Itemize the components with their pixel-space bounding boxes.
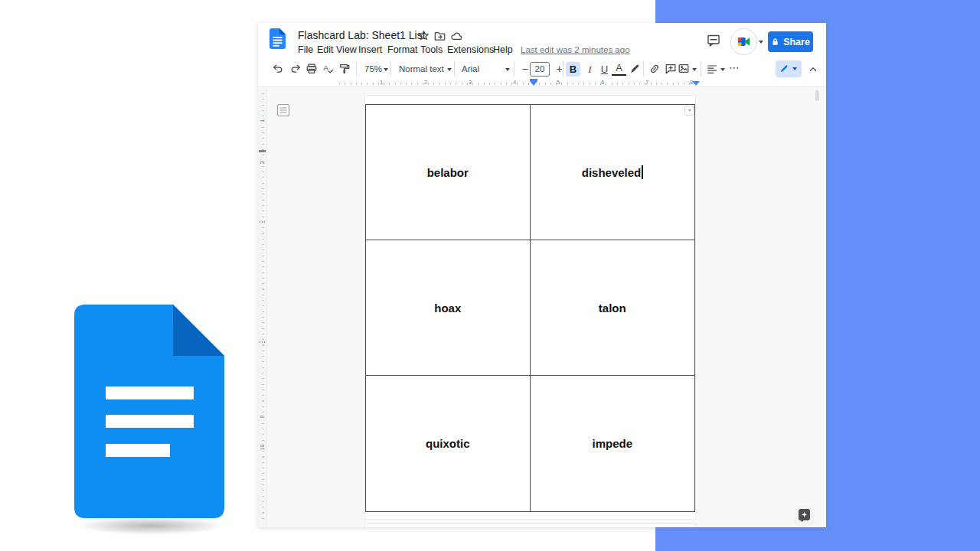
table-cell[interactable]: belabor <box>366 105 531 240</box>
menu-help[interactable]: Help <box>493 44 513 55</box>
menu-format[interactable]: Format <box>387 44 418 55</box>
cell-text: hoax <box>434 302 461 315</box>
vruler-table-marker[interactable] <box>259 150 266 152</box>
insert-link-button[interactable] <box>648 63 661 75</box>
google-docs-window: Flashcard Lab: Sheet1 List File Edit Vie… <box>258 23 826 527</box>
document-area: 1 2 9 10 belabor <box>258 87 826 527</box>
more-toolbar-button[interactable]: ⋯ <box>729 61 740 73</box>
bold-button[interactable]: B <box>566 62 580 77</box>
vertical-ruler: 1 2 9 10 <box>258 87 267 527</box>
paragraph-style-select[interactable]: Normal text <box>399 64 444 73</box>
ruler-number: 2 <box>422 79 430 86</box>
meet-camera-icon <box>737 36 751 47</box>
insert-image-caret[interactable] <box>692 68 697 71</box>
highlight-color-button[interactable] <box>629 63 641 75</box>
table-cell[interactable]: talon <box>531 240 695 376</box>
show-outline-button[interactable] <box>276 103 290 117</box>
ruler-number: 5 <box>554 79 562 86</box>
docs-logo-shadow <box>70 516 231 536</box>
table-cell[interactable]: quixotic <box>366 376 531 511</box>
vruler-row-handle[interactable] <box>260 341 266 343</box>
logo-line-2 <box>106 415 194 428</box>
underline-button[interactable]: U <box>597 62 612 77</box>
menu-insert[interactable]: Insert <box>358 44 382 55</box>
star-icon[interactable] <box>418 30 430 41</box>
ruler-number: 6 <box>599 79 606 86</box>
align-button[interactable] <box>706 63 718 75</box>
share-button[interactable]: Share <box>768 31 813 52</box>
toolbar-divider <box>514 61 514 77</box>
flashcard-table: belabor disheveled hoax talon quixotic <box>365 104 695 512</box>
toolbar-divider <box>454 61 455 77</box>
insert-image-button[interactable] <box>678 63 690 75</box>
font-size-field[interactable]: 20 <box>530 62 550 77</box>
font-size-increase-button[interactable]: + <box>552 62 567 77</box>
vertical-ruler-ticks <box>262 93 264 520</box>
ruler-number: 3 <box>466 79 474 86</box>
toolbar-divider <box>356 61 357 77</box>
menu-file[interactable]: File <box>298 44 313 55</box>
editing-mode-caret <box>792 67 797 70</box>
cell-text: quixotic <box>426 437 470 450</box>
explore-button[interactable] <box>794 505 815 526</box>
share-button-label: Share <box>783 37 810 47</box>
vruler-number: 9 <box>260 412 265 421</box>
zoom-select[interactable]: 75% <box>364 64 382 73</box>
paragraph-style-caret[interactable] <box>447 68 452 71</box>
svg-text:A: A <box>323 64 328 72</box>
logo-line-3 <box>106 444 170 457</box>
text-cursor <box>642 165 643 179</box>
logo-line-1 <box>106 386 194 399</box>
comments-button[interactable] <box>706 33 721 48</box>
document-title[interactable]: Flashcard Lab: Sheet1 List <box>298 29 426 41</box>
text-color-button[interactable]: A <box>612 62 626 76</box>
zoom-caret[interactable] <box>384 68 388 71</box>
ruler-number: 7 <box>643 79 651 86</box>
italic-button[interactable]: I <box>583 62 597 77</box>
toolbar-divider <box>701 61 701 77</box>
toolbar-divider <box>563 61 564 77</box>
menu-view[interactable]: View <box>336 44 357 55</box>
cell-text: belabor <box>427 166 469 179</box>
font-caret[interactable] <box>505 68 510 71</box>
cell-text: impede <box>592 437 632 450</box>
move-to-folder-icon[interactable] <box>434 31 446 41</box>
menu-extensions[interactable]: Extensions <box>447 44 494 55</box>
paint-format-button[interactable] <box>338 63 351 75</box>
right-indent-marker[interactable] <box>692 81 700 86</box>
toolbar-divider <box>390 61 391 77</box>
ruler-number: 1 <box>377 79 385 86</box>
ruler-number: 4 <box>511 79 518 86</box>
vruler-number: 10 <box>260 443 265 452</box>
left-indent-marker[interactable] <box>530 79 537 86</box>
google-docs-logo <box>74 305 224 518</box>
toolbar-divider <box>643 61 644 77</box>
undo-button[interactable] <box>272 63 284 75</box>
meet-dropdown-caret[interactable] <box>759 41 763 44</box>
vruler-number: 1 <box>260 116 265 125</box>
align-caret[interactable] <box>720 68 725 71</box>
editing-pencil-icon <box>779 64 789 74</box>
document-page[interactable]: belabor disheveled hoax talon quixotic <box>365 96 695 519</box>
lock-icon <box>771 37 779 47</box>
vruler-row-handle[interactable] <box>260 221 266 223</box>
font-select[interactable]: Arial <box>462 64 479 73</box>
table-cell[interactable]: disheveled <box>531 105 695 240</box>
menu-tools[interactable]: Tools <box>420 44 443 55</box>
print-button[interactable] <box>305 63 318 75</box>
document-status-cloud-icon[interactable] <box>450 31 462 41</box>
next-page-top <box>365 524 695 527</box>
table-cell[interactable]: impede <box>531 376 695 511</box>
spellcheck-button[interactable]: A <box>322 63 335 75</box>
table-cell[interactable]: hoax <box>366 240 531 376</box>
meet-button[interactable] <box>730 28 757 55</box>
last-edit-link[interactable]: Last edit was 2 minutes ago <box>521 45 630 54</box>
docs-app-icon[interactable] <box>270 28 286 49</box>
redo-button[interactable] <box>289 63 302 75</box>
editing-mode-button[interactable] <box>776 60 802 77</box>
vertical-scrollbar-thumb[interactable] <box>815 90 819 101</box>
table-options-button[interactable] <box>684 106 694 116</box>
menu-edit[interactable]: Edit <box>317 44 334 55</box>
add-comment-button[interactable] <box>665 63 677 75</box>
hide-menus-button[interactable] <box>807 63 819 75</box>
